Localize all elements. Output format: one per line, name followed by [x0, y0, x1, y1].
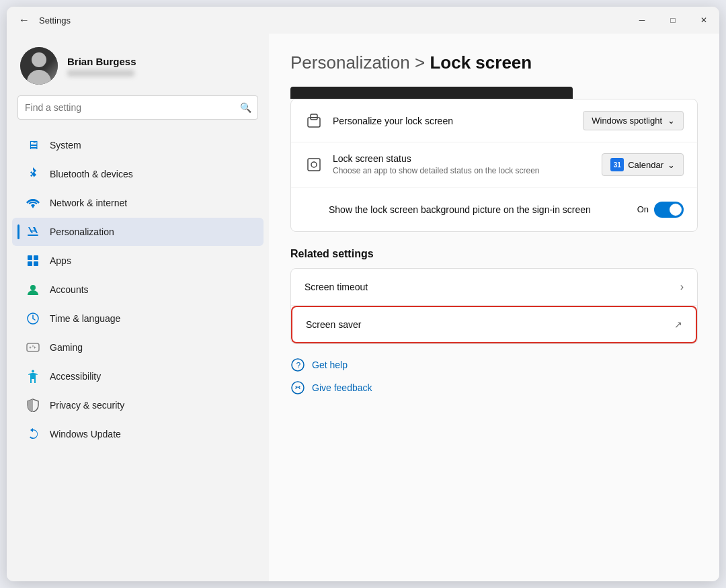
- sidebar-label-system: System: [50, 140, 81, 151]
- chevron-down-icon-2: ⌄: [668, 160, 675, 170]
- personalization-icon: [26, 224, 40, 239]
- time-icon: [26, 311, 40, 326]
- user-section: Brian Burgess: [7, 34, 269, 95]
- give-feedback-link[interactable]: Give feedback: [290, 380, 698, 395]
- avatar-image: [20, 47, 58, 85]
- screen-saver-row[interactable]: Screen saver ↗: [291, 306, 697, 343]
- lock-screen-settings-card: Personalize your lock screen Windows spo…: [290, 99, 698, 232]
- screen-saver-label: Screen saver: [306, 319, 674, 330]
- show-background-text: Show the lock screen background picture …: [305, 204, 628, 215]
- breadcrumb: Personalization > Lock screen: [290, 52, 698, 73]
- svg-point-13: [311, 162, 317, 167]
- lock-screen-preview: [290, 87, 573, 99]
- main-content: Personalization > Lock screen: [269, 34, 719, 581]
- search-icon: 🔍: [240, 102, 251, 113]
- svg-point-17: [296, 386, 297, 387]
- lock-screen-status-text: Lock screen status Choose an app to show…: [333, 153, 592, 177]
- get-help-icon: ?: [290, 358, 305, 372]
- accounts-icon: [26, 282, 40, 297]
- user-name: Brian Burgess: [67, 56, 136, 67]
- sidebar-item-time[interactable]: Time & language: [12, 304, 264, 333]
- accessibility-icon: [26, 369, 40, 384]
- svg-rect-5: [34, 261, 38, 266]
- sidebar-label-gaming: Gaming: [50, 342, 83, 353]
- svg-point-6: [30, 285, 36, 290]
- app-title: Settings: [39, 15, 71, 26]
- svg-point-9: [32, 370, 34, 373]
- lock-screen-status-row[interactable]: Lock screen status Choose an app to show…: [291, 142, 697, 188]
- window-controls: ─ □ ✕: [627, 7, 719, 34]
- get-help-label: Get help: [312, 360, 348, 370]
- lock-screen-status-icon: [305, 155, 323, 174]
- calendar-icon: 31: [610, 158, 624, 171]
- sidebar-item-personalization[interactable]: Personalization: [12, 218, 264, 246]
- svg-text:?: ?: [296, 361, 301, 370]
- sidebar-label-apps: Apps: [50, 255, 71, 266]
- minimize-button[interactable]: ─: [627, 7, 657, 34]
- background-toggle[interactable]: [654, 202, 684, 218]
- personalize-lock-screen-label: Personalize your lock screen: [333, 116, 573, 126]
- show-background-row[interactable]: Show the lock screen background picture …: [291, 188, 697, 231]
- settings-window: ← Settings ─ □ ✕ Brian Burgess: [7, 7, 719, 581]
- sidebar-label-accessibility: Accessibility: [50, 371, 101, 382]
- sidebar-item-system[interactable]: 🖥 System: [12, 131, 264, 159]
- sidebar-label-accounts: Accounts: [50, 284, 89, 295]
- sidebar-item-update[interactable]: Windows Update: [12, 420, 264, 448]
- sidebar-label-personalization: Personalization: [50, 226, 114, 237]
- svg-point-18: [299, 386, 300, 387]
- chevron-down-icon: ⌄: [668, 116, 675, 126]
- screen-saver-external-icon: ↗: [674, 319, 682, 330]
- system-icon: 🖥: [26, 138, 40, 153]
- lock-screen-dropdown[interactable]: Windows spotlight ⌄: [583, 111, 684, 130]
- svg-rect-10: [308, 118, 320, 127]
- personalize-lock-screen-control: Windows spotlight ⌄: [583, 111, 684, 130]
- close-button[interactable]: ✕: [688, 7, 719, 34]
- network-icon: [26, 196, 40, 210]
- sidebar-item-accounts[interactable]: Accounts: [12, 276, 264, 304]
- sidebar-item-accessibility[interactable]: Accessibility: [12, 362, 264, 390]
- apps-icon: [26, 253, 40, 268]
- related-settings-card: Screen timeout › Screen saver ↗: [290, 268, 698, 344]
- back-button[interactable]: ←: [15, 11, 34, 30]
- update-icon: [26, 427, 40, 442]
- privacy-icon: [26, 398, 40, 413]
- svg-rect-11: [311, 114, 317, 120]
- svg-rect-12: [308, 159, 320, 171]
- sidebar-item-gaming[interactable]: Gaming: [12, 333, 264, 362]
- screen-timeout-row[interactable]: Screen timeout ›: [291, 269, 697, 306]
- show-background-control: On: [637, 202, 684, 218]
- lock-screen-status-desc: Choose an app to show detailed status on…: [333, 165, 592, 177]
- lock-screen-status-label: Lock screen status: [333, 153, 592, 164]
- related-settings-title: Related settings: [290, 248, 698, 260]
- search-input[interactable]: [17, 95, 258, 120]
- svg-rect-3: [34, 255, 38, 260]
- lock-screen-status-control: 31 Calendar ⌄: [602, 153, 684, 176]
- screen-timeout-chevron: ›: [680, 281, 684, 293]
- lock-screen-dropdown-value: Windows spotlight: [592, 116, 662, 126]
- content-area: Brian Burgess 🔍 🖥 System: [7, 34, 719, 581]
- personalize-lock-screen-row[interactable]: Personalize your lock screen Windows spo…: [291, 99, 697, 142]
- titlebar: ← Settings ─ □ ✕: [7, 7, 719, 34]
- breadcrumb-parent: Personalization: [290, 52, 410, 73]
- sidebar-label-network: Network & internet: [50, 198, 127, 208]
- page-title: Lock screen: [430, 52, 532, 73]
- get-help-link[interactable]: ? Get help: [290, 358, 698, 372]
- nav-list: 🖥 System Bluetooth & devices: [7, 130, 269, 449]
- sidebar-label-update: Windows Update: [50, 429, 121, 439]
- avatar: [20, 47, 58, 85]
- maximize-button[interactable]: □: [657, 7, 688, 34]
- breadcrumb-separator: >: [415, 52, 430, 73]
- personalize-lock-screen-text: Personalize your lock screen: [333, 116, 573, 126]
- calendar-dropdown-value: Calendar: [628, 160, 663, 170]
- calendar-dropdown[interactable]: 31 Calendar ⌄: [602, 153, 684, 176]
- svg-rect-8: [27, 343, 39, 351]
- sidebar-item-bluetooth[interactable]: Bluetooth & devices: [12, 160, 264, 188]
- screen-timeout-label: Screen timeout: [305, 282, 680, 292]
- sidebar-item-network[interactable]: Network & internet: [12, 189, 264, 217]
- give-feedback-icon: [290, 380, 305, 395]
- sidebar-item-apps[interactable]: Apps: [12, 247, 264, 275]
- help-links: ? Get help Give feedback: [290, 358, 698, 395]
- toggle-on-label: On: [637, 204, 649, 214]
- sidebar-item-privacy[interactable]: Privacy & security: [12, 391, 264, 419]
- sidebar-label-time: Time & language: [50, 313, 120, 324]
